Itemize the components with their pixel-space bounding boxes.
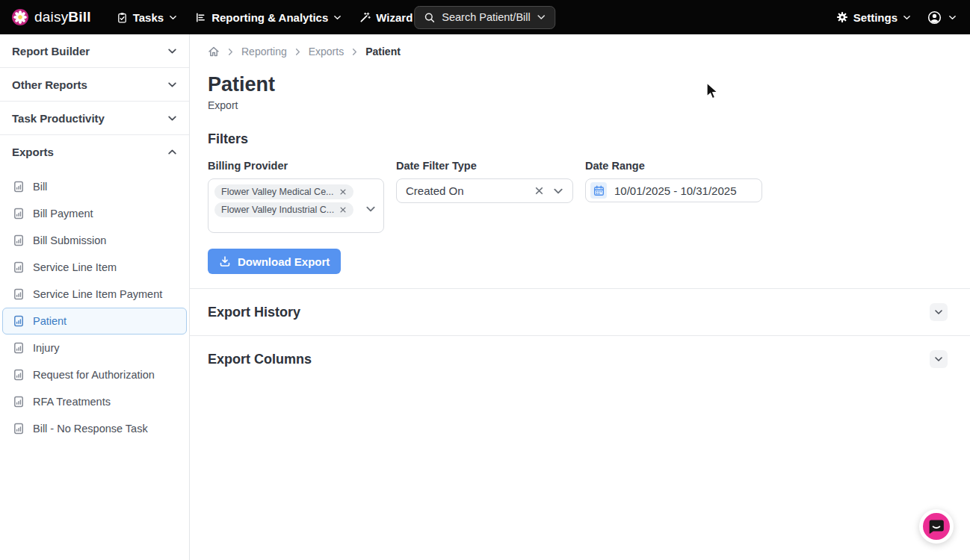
provider-tag-label: Flower Valley Industrial C... [221, 205, 334, 215]
breadcrumb-separator-icon [226, 48, 235, 56]
main-content: Reporting Exports Patient Patient Export… [190, 34, 970, 560]
billing-provider-multiselect[interactable]: Flower Valley Medical Ce... Flower Valle… [208, 178, 384, 233]
remove-tag-icon[interactable] [339, 188, 347, 196]
date-filter-type-value: Created On [406, 184, 534, 197]
chevron-down-icon [934, 355, 943, 364]
section-label: Task Productivity [12, 112, 105, 125]
date-filter-type-label: Date Filter Type [396, 160, 573, 172]
chevron-down-icon [169, 13, 177, 22]
sidebar-item-label: Patient [33, 315, 67, 327]
search-label: Search Patient/Bill [442, 11, 530, 23]
section-label: Report Builder [12, 45, 90, 57]
nav-settings-label: Settings [853, 11, 898, 24]
breadcrumb-reporting[interactable]: Reporting [241, 46, 287, 57]
sidebar-item-bill-submission[interactable]: Bill Submission [2, 227, 187, 254]
daisy-flower-icon [12, 9, 28, 25]
sidebar-item-bill-payment[interactable]: Bill Payment [2, 200, 187, 227]
magic-wand-icon [359, 12, 371, 23]
date-range-label: Date Range [585, 160, 762, 172]
home-icon[interactable] [208, 46, 220, 57]
date-filter-type-select[interactable]: Created On [396, 178, 573, 203]
document-chart-icon [13, 288, 25, 300]
sidebar-item-injury[interactable]: Injury [2, 335, 187, 361]
sidebar-section-other-reports[interactable]: Other Reports [0, 68, 189, 102]
document-chart-icon [13, 369, 25, 381]
brand-logo[interactable]: daisyBill [12, 9, 91, 25]
magnifier-icon [424, 12, 435, 23]
provider-tag: Flower Valley Medical Ce... [214, 184, 353, 199]
document-chart-icon [13, 396, 25, 408]
remove-tag-icon[interactable] [339, 206, 347, 214]
sidebar-section-exports[interactable]: Exports [0, 135, 189, 169]
breadcrumb-separator-icon [294, 48, 302, 56]
sidebar-section-report-builder[interactable]: Report Builder [0, 34, 189, 68]
chevron-down-icon[interactable] [553, 186, 563, 196]
date-range-input[interactable]: 10/01/2025 - 10/31/2025 [585, 178, 762, 202]
provider-tag: Flower Valley Industrial C... [214, 202, 353, 217]
section-label: Other Reports [12, 78, 87, 91]
sidebar-item-label: Bill [33, 181, 47, 193]
chevron-up-icon [167, 147, 177, 157]
chevron-down-icon [167, 113, 177, 123]
nav-tasks[interactable]: Tasks [108, 0, 186, 34]
nav-tasks-label: Tasks [133, 11, 164, 24]
user-circle-icon [927, 10, 942, 25]
sidebar-item-request-for-authorization[interactable]: Request for Authorization [2, 361, 187, 388]
calendar-icon [590, 182, 607, 199]
document-chart-icon [13, 315, 25, 327]
chevron-down-icon [167, 80, 177, 90]
export-columns-expand-button[interactable] [930, 350, 948, 368]
page-subtitle: Export [208, 99, 970, 111]
sidebar-item-bill[interactable]: Bill [2, 173, 187, 200]
breadcrumb-separator-icon [350, 48, 359, 56]
clear-icon[interactable] [534, 186, 544, 196]
date-range-filter: Date Range 10/01/2025 - 10/31/2025 [585, 160, 762, 233]
document-chart-icon [13, 234, 25, 246]
document-chart-icon [13, 181, 25, 193]
sidebar-item-label: Bill Submission [33, 234, 106, 246]
document-chart-icon [13, 261, 25, 273]
billing-provider-label: Billing Provider [208, 160, 384, 172]
download-tray-icon [219, 255, 231, 267]
date-filter-type-filter: Date Filter Type Created On [396, 160, 573, 233]
breadcrumb-patient: Patient [365, 46, 401, 57]
sidebar-item-bill-no-response-task[interactable]: Bill - No Response Task [2, 415, 187, 442]
document-chart-icon [13, 208, 25, 220]
chevron-down-icon[interactable] [365, 204, 376, 214]
provider-tag-label: Flower Valley Medical Ce... [221, 187, 334, 197]
sidebar-item-service-line-item-payment[interactable]: Service Line Item Payment [2, 281, 187, 308]
sidebar-item-service-line-item[interactable]: Service Line Item [2, 254, 187, 281]
chevron-down-icon [948, 13, 957, 22]
export-history-section: Export History [190, 289, 970, 335]
top-navigation: daisyBill Tasks Reporting & Analytics Wi… [0, 0, 970, 34]
nav-reporting-analytics[interactable]: Reporting & Analytics [186, 0, 350, 34]
filters-row: Billing Provider Flower Valley Medical C… [208, 160, 970, 233]
sidebar-section-task-productivity[interactable]: Task Productivity [0, 102, 189, 135]
breadcrumb-exports[interactable]: Exports [309, 46, 344, 57]
date-range-value: 10/01/2025 - 10/31/2025 [614, 184, 736, 197]
chevron-down-icon [903, 13, 911, 22]
sidebar-item-label: Request for Authorization [33, 369, 155, 381]
chat-launcher-button[interactable] [919, 509, 954, 544]
section-label: Exports [12, 146, 54, 158]
nav-reporting-label: Reporting & Analytics [211, 11, 328, 24]
bar-chart-icon [195, 12, 206, 23]
brand-name: daisyBill [34, 9, 91, 25]
sidebar-item-rfa-treatments[interactable]: RFA Treatments [2, 388, 187, 415]
nav-wizard-label: Wizard [376, 11, 413, 24]
sidebar-item-label: Injury [33, 342, 59, 354]
sidebar-item-label: RFA Treatments [33, 396, 111, 408]
chevron-down-icon [934, 308, 943, 317]
filters-heading: Filters [208, 131, 970, 147]
nav-account-menu[interactable] [926, 0, 958, 34]
export-history-expand-button[interactable] [930, 303, 948, 321]
export-columns-title: Export Columns [208, 352, 312, 367]
nav-settings[interactable]: Settings [835, 0, 912, 34]
clipboard-icon [117, 12, 128, 23]
download-export-button[interactable]: Download Export [208, 249, 341, 274]
search-patient-bill[interactable]: Search Patient/Bill [414, 6, 555, 29]
reports-sidebar: Report Builder Other Reports Task Produc… [0, 34, 190, 560]
sidebar-item-label: Service Line Item Payment [33, 288, 162, 300]
page-title: Patient [208, 73, 970, 96]
sidebar-item-patient[interactable]: Patient [2, 308, 187, 335]
